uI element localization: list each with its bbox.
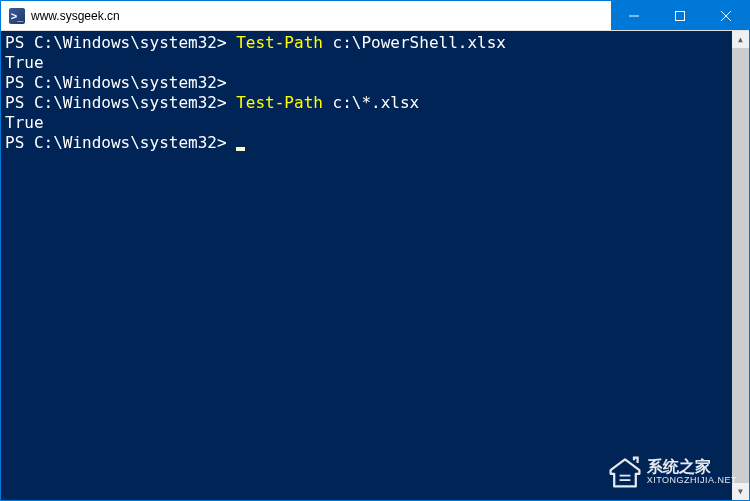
maximize-icon bbox=[675, 11, 685, 21]
terminal-line: True bbox=[5, 113, 745, 133]
scroll-down-arrow[interactable]: ▼ bbox=[732, 483, 749, 500]
watermark-title: 系统之家 bbox=[647, 458, 737, 476]
prompt: PS C:\Windows\system32> bbox=[5, 33, 227, 52]
watermark: 系统之家 XITONGZHIJIA.NET bbox=[607, 454, 737, 490]
minimize-button[interactable] bbox=[611, 1, 657, 30]
prompt: PS C:\Windows\system32> bbox=[5, 93, 227, 112]
argument: c:\PowerShell.xlsx bbox=[333, 33, 506, 52]
scroll-up-arrow[interactable]: ▲ bbox=[732, 31, 749, 48]
close-button[interactable] bbox=[703, 1, 749, 30]
watermark-house-icon bbox=[607, 454, 643, 490]
svg-rect-1 bbox=[676, 11, 685, 20]
command: Test-Path bbox=[236, 93, 323, 112]
powershell-window: >_ www.sysgeek.cn PS C:\Windows\system32… bbox=[0, 0, 750, 501]
terminal-area[interactable]: PS C:\Windows\system32> Test-Path c:\Pow… bbox=[1, 31, 749, 500]
terminal-line: PS C:\Windows\system32> Test-Path c:\*.x… bbox=[5, 93, 745, 113]
window-controls bbox=[611, 1, 749, 30]
command: Test-Path bbox=[236, 33, 323, 52]
app-icon-glyph: >_ bbox=[11, 10, 24, 22]
window-title: www.sysgeek.cn bbox=[31, 9, 611, 23]
output: True bbox=[5, 113, 44, 132]
vertical-scrollbar[interactable]: ▲ ▼ bbox=[732, 31, 749, 500]
argument: c:\*.xlsx bbox=[333, 93, 420, 112]
terminal-line: PS C:\Windows\system32> bbox=[5, 133, 745, 153]
watermark-url: XITONGZHIJIA.NET bbox=[647, 476, 737, 486]
titlebar[interactable]: >_ www.sysgeek.cn bbox=[1, 1, 749, 31]
terminal-line: True bbox=[5, 53, 745, 73]
minimize-icon bbox=[629, 11, 639, 21]
prompt: PS C:\Windows\system32> bbox=[5, 133, 227, 152]
prompt: PS C:\Windows\system32> bbox=[5, 73, 227, 92]
output: True bbox=[5, 53, 44, 72]
close-icon bbox=[721, 11, 731, 21]
scroll-track[interactable] bbox=[732, 48, 749, 483]
terminal-content: PS C:\Windows\system32> Test-Path c:\Pow… bbox=[5, 33, 745, 153]
scroll-thumb[interactable] bbox=[732, 48, 749, 483]
app-icon: >_ bbox=[9, 8, 25, 24]
terminal-line: PS C:\Windows\system32> Test-Path c:\Pow… bbox=[5, 33, 745, 53]
watermark-text: 系统之家 XITONGZHIJIA.NET bbox=[647, 458, 737, 485]
cursor bbox=[236, 147, 245, 151]
maximize-button[interactable] bbox=[657, 1, 703, 30]
terminal-line: PS C:\Windows\system32> bbox=[5, 73, 745, 93]
